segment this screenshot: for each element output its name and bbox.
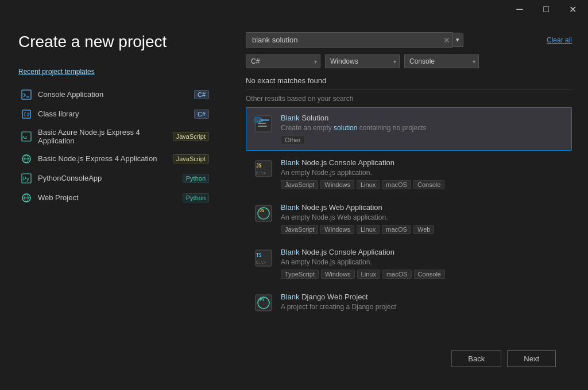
tag-linux: Linux [357, 270, 380, 279]
template-badge-py: Python [183, 174, 209, 183]
main-layout: Create a new project Recent project temp… [0, 18, 588, 390]
template-item-node-express[interactable]: Basic Node.js Express 4 Application Java… [18, 149, 211, 169]
django-icon: PY [253, 292, 274, 313]
other-results-label: Other results based on your search [246, 95, 572, 103]
search-clear-button[interactable]: ✕ [443, 36, 450, 45]
template-item-class-lib[interactable]: C# Class library C# [18, 104, 211, 124]
svg-rect-0 [22, 90, 31, 99]
template-name: Web Project [38, 193, 183, 202]
nodejs-ts-icon: TS C:\> [253, 248, 274, 268]
nodejs-web-js-icon: JS [253, 203, 274, 224]
globe-icon [21, 192, 32, 204]
platform-filter[interactable]: Windows All platforms Linux macOS Androi… [325, 54, 400, 68]
template-name: Basic Azure Node.js Express 4 Applicatio… [38, 128, 173, 145]
bottom-bar: Back Next [246, 341, 572, 376]
svg-rect-17 [258, 126, 267, 127]
result-item-blank-django[interactable]: PY Blank Django Web Project A project fo… [246, 286, 572, 321]
next-button[interactable]: Next [507, 350, 556, 367]
svg-text:C#: C# [24, 112, 30, 118]
search-dropdown-button[interactable]: ▾ [452, 33, 463, 47]
project-type-filter[interactable]: Console All project types Cloud Desktop … [404, 54, 479, 68]
language-filter[interactable]: C# All languages F# VB JavaScript TypeSc… [246, 54, 320, 68]
result-desc: A project for creating a Django project [281, 303, 564, 311]
divider [246, 89, 572, 90]
name-highlight: Blank [281, 248, 300, 256]
result-name: Blank Django Web Project [281, 292, 564, 301]
svg-text:Az: Az [22, 135, 27, 140]
tag-js: JavaScript [281, 180, 318, 189]
result-content: Blank Django Web Project A project for c… [281, 292, 564, 314]
name-highlight: Blank [281, 292, 300, 301]
template-badge-py: Python [183, 193, 209, 202]
template-name: Console Application [38, 90, 194, 99]
tag-web: Web [413, 225, 434, 234]
maximize-button[interactable]: □ [533, 0, 559, 18]
tag-list: TypeScript Windows Linux macOS Console [281, 270, 564, 279]
minimize-button[interactable]: ─ [506, 0, 533, 18]
tag-linux: Linux [357, 225, 380, 234]
recent-label: Recent project templates [18, 68, 211, 76]
python-icon: Py [21, 173, 32, 184]
tag-macos: macOS [382, 225, 411, 234]
svg-text:C:\>: C:\> [256, 260, 266, 265]
name-highlight: Blank [281, 158, 300, 167]
template-name: Class library [38, 110, 194, 118]
tag-linux: Linux [357, 180, 380, 189]
tag-macos: macOS [382, 180, 411, 189]
svg-text:SLN: SLN [256, 118, 264, 123]
tag-js: JavaScript [281, 225, 318, 234]
language-filter-wrap: C# All languages F# VB JavaScript TypeSc… [246, 54, 320, 68]
result-content: Blank Node.js Console Application An emp… [281, 248, 564, 279]
template-item-web-project[interactable]: Web Project Python [18, 188, 211, 208]
template-badge-cs: C# [194, 110, 209, 119]
result-item-blank-nodejs-console-js[interactable]: JS C:\> Blank Node.js Console Applicatio… [246, 152, 572, 196]
template-item-azure-node[interactable]: Az Basic Azure Node.js Express 4 Applica… [18, 124, 211, 149]
solution-icon: SLN [253, 114, 274, 134]
template-badge-cs: C# [194, 90, 209, 99]
tag-list: Other [281, 135, 564, 145]
back-button[interactable]: Back [451, 350, 501, 367]
tag-list: JavaScript Windows Linux macOS Console [281, 180, 564, 189]
svg-text:C:\>: C:\> [256, 171, 266, 176]
name-rest: Node.js Console Application [300, 248, 395, 256]
result-item-blank-solution[interactable]: SLN Blank Solution Create an empty solut… [246, 107, 572, 151]
tag-console: Console [413, 180, 444, 189]
result-name: Blank Node.js Console Application [281, 158, 564, 167]
svg-text:PY: PY [260, 298, 265, 302]
title-bar: ─ □ ✕ [0, 0, 588, 18]
result-desc: An empty Node.js application. [281, 169, 564, 177]
search-input[interactable] [246, 32, 452, 48]
result-desc: An empty Node.js application. [281, 258, 564, 266]
tag-list: JavaScript Windows Linux macOS Web [281, 225, 564, 234]
class-icon: C# [21, 108, 32, 120]
result-item-blank-nodejs-web-js[interactable]: JS Blank Node.js Web Application An empt… [246, 197, 572, 240]
right-panel: ✕ ▾ Clear all C# All languages F# VB Jav… [230, 18, 588, 390]
tag-console: Console [414, 270, 445, 279]
no-match-text: No exact matches found [246, 76, 572, 85]
result-desc: Create an empty solution containing no p… [281, 124, 564, 132]
template-badge-js: JavaScript [173, 132, 209, 141]
template-item-python-console[interactable]: Py PythonConsoleApp Python [18, 169, 211, 188]
result-content: Blank Node.js Console Application An emp… [281, 158, 564, 189]
result-name: Blank Solution [281, 114, 564, 122]
terminal-icon [21, 89, 32, 100]
results-list: SLN Blank Solution Create an empty solut… [246, 107, 572, 341]
result-name: Blank Node.js Console Application [281, 248, 564, 256]
nodejs-js-icon: JS C:\> [253, 158, 274, 179]
template-item-console-app[interactable]: Console Application C# [18, 85, 211, 104]
template-name: PythonConsoleApp [38, 174, 183, 182]
name-rest: Django Web Project [300, 292, 368, 301]
left-panel: Create a new project Recent project temp… [0, 18, 230, 390]
close-button[interactable]: ✕ [559, 0, 586, 18]
result-item-blank-nodejs-console-ts[interactable]: TS C:\> Blank Node.js Console Applicatio… [246, 241, 572, 285]
tag-windows: Windows [321, 270, 355, 279]
tag-macos: macOS [382, 270, 412, 279]
filter-row: C# All languages F# VB JavaScript TypeSc… [246, 54, 572, 68]
result-content: Blank Solution Create an empty solution … [281, 114, 564, 145]
name-rest: Node.js Console Application [300, 158, 395, 167]
template-name: Basic Node.js Express 4 Application [38, 154, 173, 163]
template-badge-js: JavaScript [173, 154, 209, 163]
clear-all-button[interactable]: Clear all [547, 36, 572, 44]
svg-text:TS: TS [256, 253, 262, 258]
page-title: Create a new project [18, 32, 211, 52]
